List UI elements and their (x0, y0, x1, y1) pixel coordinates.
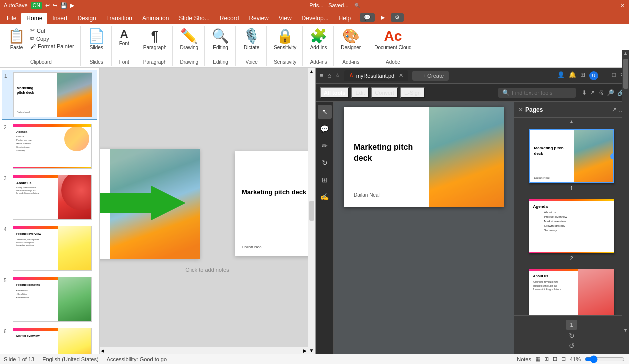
pdf-tab-active[interactable]: A myResultant.pdf ✕ (344, 70, 408, 81)
slide-thumb-5[interactable]: 5 Product benefits • Benefit one • Benef… (2, 275, 98, 324)
paragraph-btn[interactable]: ¶ Paragraph (142, 27, 169, 52)
pdf-pages-scroll-up[interactable]: ▲ (514, 118, 629, 126)
pdf-min-icon[interactable]: — (602, 72, 608, 80)
editing-btn[interactable]: 🔍 Editing (210, 27, 232, 52)
pdf-draw-tool[interactable]: ✏ (318, 139, 332, 153)
pdf-home-icon[interactable]: ⌂ (328, 72, 332, 80)
slide-thumb-1[interactable]: 1 Marketingpitch deck Dailan Neal (2, 70, 98, 120)
pdf-bell-icon[interactable]: 🔔 (569, 72, 576, 80)
scroll-right-btn[interactable]: ▶ (302, 348, 308, 354)
pdf-sign-tool[interactable]: ✍ (318, 190, 332, 204)
search-bar[interactable]: 🔍 (354, 3, 360, 8)
sensitivity-btn[interactable]: 🔒 Sensitivity (272, 27, 298, 52)
autosave-toggle[interactable]: ON (31, 2, 42, 9)
pdf-convert-btn[interactable]: Convert (371, 88, 398, 98)
pdf-panel-scroll-down[interactable]: ▼ (622, 327, 629, 334)
pdf-panel-close-btn[interactable]: ✕ (518, 106, 524, 114)
pdf-rotate-left-icon[interactable]: ↺ (569, 342, 575, 350)
view-reading-btn[interactable]: ⊡ (553, 356, 558, 362)
undo-icon[interactable]: ↩ (46, 2, 50, 9)
scroll-up-btn[interactable]: ▲ (308, 68, 316, 75)
designer-btn[interactable]: 🎨 Designer (339, 27, 363, 52)
tab-home[interactable]: Home (22, 13, 48, 24)
redo-icon[interactable]: ↪ (53, 2, 58, 9)
pdf-edit-btn[interactable]: Edit (352, 88, 369, 98)
pdf-all-tools-btn[interactable]: All tools (320, 88, 350, 98)
slide-thumb-2[interactable]: 2 Agenda About us Product overview Marke… (2, 122, 98, 171)
pdf-page-thumb-3[interactable]: About us Aiming to revolutionizeindustri… (530, 270, 614, 316)
zoom-slider[interactable] (585, 356, 625, 364)
view-sorter-btn[interactable]: ⊞ (544, 356, 549, 362)
scroll-track[interactable] (310, 75, 314, 347)
tab-transition[interactable]: Transition (102, 13, 138, 24)
pdf-print-icon[interactable]: 🖨 (598, 90, 604, 96)
pdf-new-tab-btn[interactable]: + + Create (412, 71, 449, 81)
paste-btn[interactable]: 📋 Paste (6, 27, 28, 52)
pdf-crop-tool[interactable]: ⊞ (318, 173, 332, 187)
maximize-btn[interactable]: □ (611, 2, 614, 9)
cut-btn[interactable]: ✂Cut (28, 27, 76, 34)
tab-file[interactable]: File (2, 13, 22, 24)
horizontal-scrollbar[interactable]: ◀ ▶ (100, 347, 308, 354)
format-painter-btn[interactable]: 🖌Format Painter (28, 43, 76, 50)
pdf-max-icon[interactable]: □ (612, 72, 616, 80)
tab-developer[interactable]: Develop... (297, 13, 334, 24)
slide-thumb-3[interactable]: 3 About us Aiming to revolutionizeindust… (2, 173, 98, 222)
pdf-search-input[interactable] (512, 90, 572, 96)
addins-btn[interactable]: 🧩 Add-ins (308, 27, 330, 52)
pdf-zoom-icon[interactable]: 🔎 (607, 90, 614, 96)
main-slide-2[interactable]: Marketing pitch deck Dailan Neal (235, 152, 315, 256)
pdf-rotate-right-icon[interactable]: ↻ (569, 332, 575, 340)
scroll-left-btn[interactable]: ◀ (100, 348, 106, 354)
slides-btn[interactable]: 📄 Slides (86, 27, 108, 52)
pdf-user-icon[interactable]: 👤 (558, 72, 565, 80)
present-icon[interactable]: ▶ (70, 2, 74, 9)
vertical-scrollbar[interactable]: ▲ ▼ (308, 68, 315, 354)
drawing-btn[interactable]: ✏️ Drawing (178, 27, 200, 52)
pdf-tab-close-btn[interactable]: ✕ (399, 72, 404, 79)
notes-btn[interactable]: Notes (517, 356, 532, 362)
view-normal-btn[interactable]: ▦ (536, 356, 540, 362)
pdf-comment-tool[interactable]: 💬 (318, 122, 332, 136)
tab-design[interactable]: Design (72, 13, 101, 24)
scroll-thumb[interactable] (310, 201, 314, 221)
tab-help[interactable]: Help (334, 13, 356, 24)
pdf-pages-up-arrow[interactable]: ▲ (570, 119, 574, 124)
pdf-search-box[interactable]: 🔍 (498, 88, 576, 98)
pdf-esign-btn[interactable]: E-Sign (400, 88, 425, 98)
copy-btn[interactable]: ⧉Copy (28, 35, 76, 42)
comment-btn[interactable]: 💬 (360, 14, 375, 22)
pdf-share-icon[interactable]: ↗ (590, 90, 595, 96)
pdf-star-icon[interactable]: ☆ (336, 72, 340, 79)
pdf-download-icon[interactable]: ⬇ (582, 90, 587, 96)
tab-review[interactable]: Review (244, 13, 274, 24)
adobe-btn[interactable]: Ac Document Cloud (372, 27, 414, 52)
font-btn[interactable]: A Font (117, 27, 132, 48)
main-slide-1[interactable]: Marketing pitch deck Dailan Neal (100, 149, 200, 259)
click-to-add-notes[interactable]: Click to add notes (186, 267, 229, 273)
pdf-pages-export-icon[interactable]: ↗ (612, 106, 617, 114)
tab-record[interactable]: Record (215, 13, 244, 24)
dictate-btn[interactable]: 🎙️ Dictate (241, 27, 262, 52)
tab-insert[interactable]: Insert (48, 13, 72, 24)
pdf-panel-scrollbar[interactable]: ▲ ▼ (622, 102, 629, 334)
pdf-menu-icon[interactable]: ≡ (320, 72, 324, 80)
pdf-cursor-tool[interactable]: ↖ (318, 105, 332, 119)
tab-slideshow[interactable]: Slide Sho... (174, 13, 214, 24)
tab-view[interactable]: View (274, 13, 297, 24)
tab-animation[interactable]: Animation (138, 13, 174, 24)
slide-thumb-4[interactable]: 4 Product overview Transforms, we empowe… (2, 224, 98, 273)
pdf-rotate-tool[interactable]: ↻ (318, 156, 332, 170)
view-presenter-btn[interactable]: ⊟ (562, 356, 566, 362)
slide-thumb-6[interactable]: 6 Market overview (2, 326, 98, 354)
close-btn[interactable]: ✕ (620, 2, 625, 9)
present-mode-btn[interactable]: ▶ (377, 14, 389, 22)
scroll-down-btn[interactable]: ▼ (308, 347, 316, 354)
pdf-grid-icon[interactable]: ⊞ (580, 72, 586, 80)
pdf-page-thumb-2[interactable]: Agenda About usProduct overviewMarket ov… (530, 200, 614, 262)
pdf-panel-bottom-icon-1[interactable]: 1 (566, 320, 577, 330)
save-icon[interactable]: 💾 (60, 2, 68, 9)
share-btn[interactable]: ⚙ (391, 14, 404, 22)
pdf-avatar[interactable]: U (590, 72, 598, 80)
pdf-page-thumb-1[interactable]: Marketing pitchdeck Dailan Neal 1 (530, 130, 614, 192)
